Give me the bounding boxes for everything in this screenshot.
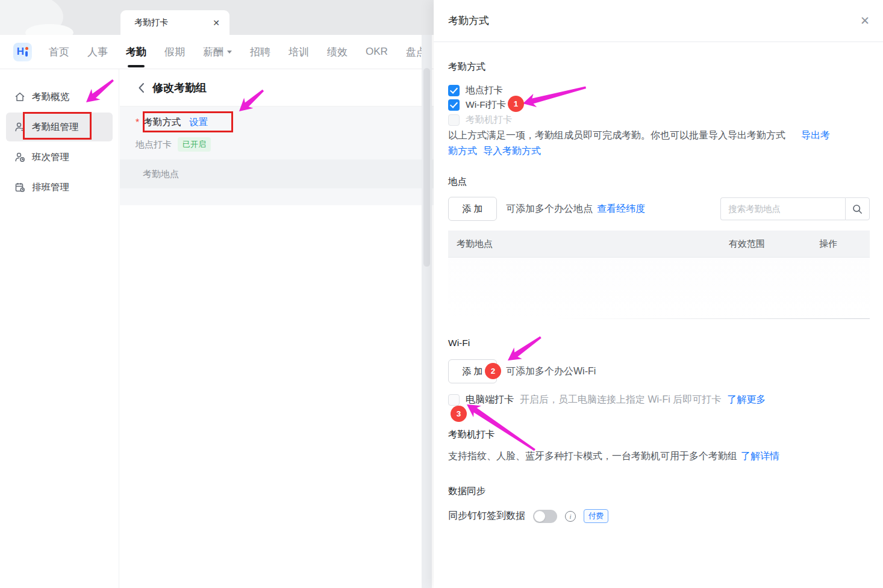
app-logo-icon[interactable]: H bbox=[13, 43, 32, 61]
machine-description-text: 支持指纹、人脸、蓝牙多种打卡模式，一台考勤机可用于多个考勤组 bbox=[448, 451, 737, 461]
main-header: 修改考勤组 bbox=[120, 69, 434, 107]
add-location-button[interactable]: 添 加 bbox=[448, 197, 497, 221]
attendance-location-row: 考勤地点 bbox=[120, 159, 434, 188]
tab-close-icon[interactable]: ✕ bbox=[213, 18, 220, 28]
nav-item-training[interactable]: 培训 bbox=[289, 36, 309, 68]
pc-punch-label: 电脑端打卡 bbox=[466, 394, 514, 406]
method-section-label: 考勤方式 bbox=[448, 61, 485, 73]
checkbox-label: Wi-Fi打卡 bbox=[466, 99, 506, 111]
browser-tab-title: 考勤打卡 bbox=[134, 17, 168, 28]
pc-punch-row: 电脑端打卡 开启后，员工电脑连接上指定 Wi-Fi 后即可打卡 了解更多 bbox=[448, 394, 766, 406]
wifi-section-label: Wi-Fi bbox=[448, 338, 470, 348]
machine-section-label: 考勤机打卡 bbox=[448, 429, 495, 441]
location-search-group bbox=[720, 197, 870, 220]
sync-row: 同步钉钉签到数据 i 付费 bbox=[448, 509, 608, 523]
view-coordinates-link[interactable]: 查看经纬度 bbox=[597, 203, 645, 215]
nav-item-payroll[interactable]: 薪酬 bbox=[203, 36, 232, 68]
sidebar-item-label: 考勤概览 bbox=[32, 91, 69, 104]
method-description-text: 以上方式满足一项，考勤组成员即可完成考勤。你也可以批量导入导出考勤方式 bbox=[448, 130, 785, 140]
sidebar-item-scheduling[interactable]: 排班管理 bbox=[6, 173, 113, 202]
location-add-row: 添 加 可添加多个办公地点 查看经纬度 bbox=[448, 197, 870, 221]
nav-item-okr[interactable]: OKR bbox=[366, 37, 388, 67]
sidebar-item-shifts[interactable]: 班次管理 bbox=[6, 143, 113, 172]
sidebar-item-groups[interactable]: 考勤组管理 bbox=[6, 113, 113, 141]
location-table-empty bbox=[448, 258, 870, 319]
method-label: 考勤方式 bbox=[143, 116, 181, 129]
col-header-actions: 操作 bbox=[819, 238, 861, 250]
location-add-hint: 可添加多个办公地点 bbox=[506, 203, 593, 215]
info-icon[interactable]: i bbox=[565, 511, 576, 522]
wifi-add-hint: 可添加多个办公Wi-Fi bbox=[506, 365, 596, 378]
wifi-add-row: 添 加 可添加多个办公Wi-Fi bbox=[448, 359, 870, 383]
settings-link[interactable]: 设置 bbox=[189, 116, 208, 129]
search-button[interactable] bbox=[845, 197, 870, 220]
checkbox-location-checked[interactable] bbox=[448, 85, 460, 96]
drawer-title: 考勤方式 bbox=[448, 14, 489, 28]
home-icon bbox=[14, 91, 25, 102]
learn-more-link[interactable]: 了解更多 bbox=[727, 394, 766, 406]
schedule-manage-icon bbox=[14, 182, 25, 193]
nav-item-attendance[interactable]: 考勤 bbox=[126, 36, 146, 68]
required-mark: * bbox=[136, 117, 139, 128]
import-method-link[interactable]: 导入考勤方式 bbox=[483, 146, 541, 156]
nav-item-leave[interactable]: 假期 bbox=[164, 36, 185, 68]
toggle-knob bbox=[534, 511, 545, 522]
checkbox-label: 地点打卡 bbox=[466, 84, 503, 97]
back-chevron-icon[interactable] bbox=[138, 82, 145, 93]
browser-tab-strip: 考勤打卡 ✕ bbox=[0, 0, 434, 35]
sync-toggle-label: 同步钉钉签到数据 bbox=[448, 510, 525, 522]
group-manage-icon bbox=[14, 122, 25, 132]
top-navbar: H 首页 人事 考勤 假期 薪酬 招聘 培训 绩效 OKR 盘点 bbox=[0, 35, 434, 69]
search-icon bbox=[852, 204, 863, 214]
checkbox-row-wifi[interactable]: Wi-Fi打卡 bbox=[448, 98, 506, 111]
checkbox-pc-unchecked[interactable] bbox=[448, 394, 460, 406]
checkbox-wifi-checked[interactable] bbox=[448, 99, 460, 111]
search-input[interactable] bbox=[720, 197, 845, 220]
nav-item-recruiting[interactable]: 招聘 bbox=[250, 36, 270, 68]
sidebar-item-overview[interactable]: 考勤概览 bbox=[6, 82, 113, 111]
page-scrollbar[interactable] bbox=[422, 35, 432, 588]
nav-item-performance[interactable]: 绩效 bbox=[327, 36, 348, 68]
checkbox-label: 考勤机打卡 bbox=[466, 114, 513, 126]
nav-item-home[interactable]: 首页 bbox=[49, 36, 69, 68]
drawer-header: 考勤方式 ✕ bbox=[434, 0, 883, 42]
drawer-close-icon[interactable]: ✕ bbox=[860, 14, 870, 28]
sidebar: 考勤概览 考勤组管理 班次管理 排班管理 bbox=[0, 69, 119, 588]
col-header-location: 考勤地点 bbox=[457, 238, 729, 250]
tabstrip-decoration bbox=[25, 24, 73, 35]
main-content: 修改考勤组 * 考勤方式 设置 地点打卡 已开启 考勤地点 bbox=[120, 69, 434, 588]
browser-tab[interactable]: 考勤打卡 ✕ bbox=[120, 10, 229, 35]
learn-detail-link[interactable]: 了解详情 bbox=[741, 451, 779, 461]
attendance-method-drawer: 考勤方式 ✕ 考勤方式 地点打卡 Wi-Fi打卡 考勤机打卡 以上方式满足一项，… bbox=[434, 0, 883, 588]
shift-manage-icon bbox=[14, 152, 25, 162]
checkbox-row-machine: 考勤机打卡 bbox=[448, 113, 513, 126]
sidebar-item-label: 班次管理 bbox=[32, 151, 69, 164]
location-section-label: 地点 bbox=[448, 176, 467, 188]
page-title: 修改考勤组 bbox=[152, 81, 207, 95]
location-punch-label: 地点打卡 bbox=[136, 139, 172, 150]
add-wifi-button[interactable]: 添 加 bbox=[448, 359, 497, 383]
location-table-header: 考勤地点 有效范围 操作 bbox=[448, 231, 870, 258]
col-header-range: 有效范围 bbox=[729, 238, 819, 250]
paid-badge: 付费 bbox=[584, 509, 608, 523]
machine-description: 支持指纹、人脸、蓝牙多种打卡模式，一台考勤机可用于多个考勤组了解详情 bbox=[448, 450, 779, 463]
sync-toggle[interactable] bbox=[533, 510, 557, 523]
attendance-form-panel: * 考勤方式 设置 地点打卡 已开启 考勤地点 bbox=[120, 107, 434, 205]
sidebar-item-label: 排班管理 bbox=[32, 181, 69, 194]
attendance-location-label: 考勤地点 bbox=[143, 169, 179, 180]
nav-items: 首页 人事 考勤 假期 薪酬 招聘 培训 绩效 OKR 盘点 bbox=[49, 36, 426, 68]
sidebar-item-label: 考勤组管理 bbox=[32, 121, 79, 134]
method-setting-row: * 考勤方式 设置 bbox=[120, 116, 434, 129]
checkbox-machine-disabled bbox=[448, 114, 460, 126]
checkbox-row-location[interactable]: 地点打卡 bbox=[448, 84, 503, 97]
nav-item-hr[interactable]: 人事 bbox=[87, 36, 108, 68]
pc-punch-hint: 开启后，员工电脑连接上指定 Wi-Fi 后即可打卡 bbox=[520, 394, 721, 406]
method-description: 以上方式满足一项，考勤组成员即可完成考勤。你也可以批量导入导出考勤方式导出考勤方… bbox=[448, 128, 838, 159]
scrollbar-thumb[interactable] bbox=[423, 68, 430, 267]
status-badge: 已开启 bbox=[178, 137, 211, 152]
app-window: 考勤打卡 ✕ H 首页 人事 考勤 假期 薪酬 招聘 培训 绩效 OKR 盘点 … bbox=[0, 0, 883, 588]
sync-section-label: 数据同步 bbox=[448, 485, 485, 498]
location-status-row: 地点打卡 已开启 bbox=[120, 137, 434, 152]
